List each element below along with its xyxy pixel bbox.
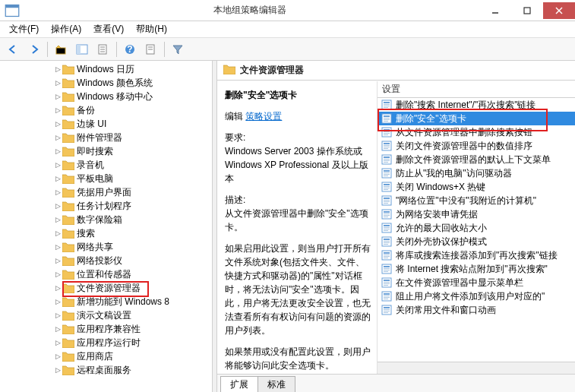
setting-row[interactable]: "网络位置"中没有"我附近的计算机" xyxy=(378,194,575,207)
tree-node[interactable]: ▷凭据用户界面 xyxy=(0,185,212,199)
policy-icon xyxy=(381,153,393,166)
tree-node[interactable]: ▷数字保险箱 xyxy=(0,213,212,226)
expand-icon[interactable]: ▷ xyxy=(53,188,62,196)
tree-node[interactable]: ▷备份 xyxy=(0,103,212,117)
svg-rect-95 xyxy=(384,309,390,310)
svg-rect-76 xyxy=(384,256,390,257)
expand-icon[interactable]: ▷ xyxy=(53,311,62,319)
tree-node-label: Windows 移动中心 xyxy=(77,90,153,103)
setting-row[interactable]: 关闭 Windows+X 热键 xyxy=(378,180,575,194)
setting-row[interactable]: 关闭常用文件和窗口动画 xyxy=(378,303,575,317)
export-list-button[interactable] xyxy=(93,40,113,58)
tree-pane[interactable]: ▷Windows 日历▷Windows 颜色系统▷Windows 移动中心▷备份… xyxy=(0,61,213,392)
tree-node[interactable]: ▷即时搜索 xyxy=(0,144,212,158)
expand-icon[interactable]: ▷ xyxy=(53,79,62,87)
forward-button[interactable] xyxy=(24,40,44,58)
tree-node[interactable]: ▷录音机 xyxy=(0,158,212,172)
svg-rect-40 xyxy=(384,159,390,160)
tree-node[interactable]: ▷应用程序运行时 xyxy=(0,336,212,349)
policy-setting-link[interactable]: 策略设置 xyxy=(245,111,282,122)
expand-icon[interactable]: ▷ xyxy=(53,284,62,292)
setting-row[interactable]: 将 Internet 搜索站点附加到"再次搜索" xyxy=(378,262,575,276)
back-button[interactable] xyxy=(3,40,23,58)
setting-row[interactable]: 关闭文件资源管理器中的数值排序 xyxy=(378,139,575,153)
horizontal-scrollbar[interactable] xyxy=(378,362,575,374)
expand-icon[interactable]: ▷ xyxy=(53,257,62,264)
bottom-tabs: 扩展 标准 xyxy=(217,374,575,392)
tree-node[interactable]: ▷平板电脑 xyxy=(0,172,212,185)
setting-row[interactable]: 在文件资源管理器中显示菜单栏 xyxy=(378,276,575,289)
tree-node[interactable]: ▷搜索 xyxy=(0,226,212,240)
minimize-button[interactable] xyxy=(479,2,511,19)
tree-node[interactable]: ▷Windows 移动中心 xyxy=(0,90,212,103)
setting-row[interactable]: 从文件资源管理器中删除搜索按钮 xyxy=(378,125,575,139)
expand-icon[interactable]: ▷ xyxy=(53,270,62,278)
close-button[interactable] xyxy=(543,2,575,19)
setting-row[interactable]: 防止从"我的电脑"访问驱动器 xyxy=(378,166,575,180)
expand-icon[interactable]: ▷ xyxy=(53,202,62,210)
expand-icon[interactable]: ▷ xyxy=(53,93,62,100)
expand-icon[interactable]: ▷ xyxy=(53,352,62,360)
expand-icon[interactable]: ▷ xyxy=(53,147,62,155)
setting-label: 关闭文件资源管理器中的数值排序 xyxy=(396,140,532,153)
tree-node[interactable]: ▷Windows 颜色系统 xyxy=(0,76,212,90)
window-controls xyxy=(479,2,575,19)
expand-icon[interactable]: ▷ xyxy=(53,243,62,251)
setting-row[interactable]: 删除"安全"选项卡 xyxy=(378,112,575,125)
expand-icon[interactable]: ▷ xyxy=(53,216,62,223)
settings-column-header[interactable]: 设置 xyxy=(378,81,575,98)
setting-row[interactable]: 为网络安装申请凭据 xyxy=(378,207,575,221)
tree-node[interactable]: ▷文件资源管理器 xyxy=(0,281,212,295)
expand-icon[interactable]: ▷ xyxy=(53,325,62,333)
setting-label: 将 Internet 搜索站点附加到"再次搜索" xyxy=(396,263,548,276)
tree-node[interactable]: ▷应用程序兼容性 xyxy=(0,322,212,336)
properties-button[interactable] xyxy=(141,40,161,58)
tree-node[interactable]: ▷远程桌面服务 xyxy=(0,363,212,377)
expand-icon[interactable]: ▷ xyxy=(53,175,62,182)
tree-node[interactable]: ▷演示文稿设置 xyxy=(0,308,212,322)
expand-icon[interactable]: ▷ xyxy=(53,65,62,73)
maximize-button[interactable] xyxy=(511,2,543,19)
window-title: 本地组策略编辑器 xyxy=(20,4,479,17)
tree-node[interactable]: ▷Windows 日历 xyxy=(0,62,212,76)
tree-node[interactable]: ▷网络投影仪 xyxy=(0,254,212,267)
tree-node-label: 网络共享 xyxy=(77,241,113,254)
menu-view[interactable]: 查看(V) xyxy=(87,21,130,37)
tab-extended[interactable]: 扩展 xyxy=(220,376,258,392)
setting-row[interactable]: 阻止用户将文件添加到该用户对应的" xyxy=(378,289,575,303)
tree-node[interactable]: ▷应用商店 xyxy=(0,349,212,363)
tree-node[interactable]: ▷位置和传感器 xyxy=(0,267,212,281)
setting-row[interactable]: 删除"搜索 Internet"/"再次搜索"链接 xyxy=(378,98,575,112)
expand-icon[interactable]: ▷ xyxy=(53,161,62,169)
tree-node-label: 任务计划程序 xyxy=(77,200,131,213)
show-hide-tree-button[interactable] xyxy=(72,40,92,58)
tree-node[interactable]: ▷网络共享 xyxy=(0,240,212,254)
expand-icon[interactable]: ▷ xyxy=(53,134,62,141)
expand-icon[interactable]: ▷ xyxy=(53,339,62,346)
settings-list[interactable]: 删除"搜索 Internet"/"再次搜索"链接删除"安全"选项卡从文件资源管理… xyxy=(378,98,575,362)
svg-text:?: ? xyxy=(127,44,132,55)
expand-icon[interactable]: ▷ xyxy=(53,106,62,114)
policy-icon xyxy=(381,236,393,248)
help-button[interactable]: ? xyxy=(120,40,140,58)
filter-button[interactable] xyxy=(168,40,188,58)
tab-standard[interactable]: 标准 xyxy=(257,376,295,392)
tree-node[interactable]: ▷附件管理器 xyxy=(0,131,212,144)
menu-file[interactable]: 文件(F) xyxy=(3,21,45,37)
expand-icon[interactable]: ▷ xyxy=(53,120,62,128)
menu-action[interactable]: 操作(A) xyxy=(45,21,87,37)
setting-row[interactable]: 将库或搜索连接器添加到"再次搜索"链接 xyxy=(378,248,575,262)
expand-icon[interactable]: ▷ xyxy=(53,366,62,374)
expand-icon[interactable]: ▷ xyxy=(53,298,62,305)
up-button[interactable] xyxy=(51,40,71,58)
setting-row[interactable]: 关闭外壳协议保护模式 xyxy=(378,235,575,248)
svg-rect-51 xyxy=(384,188,390,188)
tree-node[interactable]: ▷边缘 UI xyxy=(0,117,212,131)
folder-icon xyxy=(62,77,74,88)
menu-help[interactable]: 帮助(H) xyxy=(130,21,173,37)
tree-node[interactable]: ▷任务计划程序 xyxy=(0,199,212,213)
tree-node[interactable]: ▷新增功能到 Windows 8 xyxy=(0,295,212,308)
setting-row[interactable]: 允许的最大回收站大小 xyxy=(378,221,575,235)
expand-icon[interactable]: ▷ xyxy=(53,229,62,237)
setting-row[interactable]: 删除文件资源管理器的默认上下文菜单 xyxy=(378,153,575,166)
